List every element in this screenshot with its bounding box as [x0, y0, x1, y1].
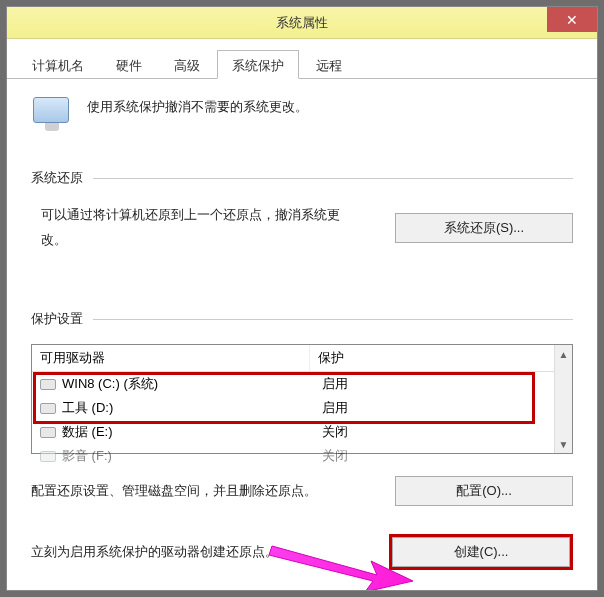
tabstrip: 计算机名 硬件 高级 系统保护 远程 [7, 39, 597, 79]
window-title: 系统属性 [276, 14, 328, 32]
highlight-annotation: 创建(C)... [389, 534, 573, 570]
scrollbar[interactable]: ▲ ▼ [554, 345, 572, 453]
tab-remote[interactable]: 远程 [301, 50, 357, 79]
intro-row: 使用系统保护撤消不需要的系统更改。 [31, 93, 573, 135]
restore-desc: 可以通过将计算机还原到上一个还原点，撤消系统更改。 [31, 203, 361, 252]
intro-text: 使用系统保护撤消不需要的系统更改。 [87, 93, 308, 118]
tab-advanced[interactable]: 高级 [159, 50, 215, 79]
drive-protection: 启用 [322, 399, 564, 417]
section-restore-header: 系统还原 [31, 169, 573, 187]
create-desc: 立刻为启用系统保护的驱动器创建还原点。 [31, 540, 278, 565]
divider [93, 319, 573, 320]
create-row: 立刻为启用系统保护的驱动器创建还原点。 创建(C)... [31, 534, 573, 570]
window: 系统属性 ✕ 计算机名 硬件 高级 系统保护 远程 使用系统保护撤消不需要的系统… [6, 6, 598, 591]
configure-desc: 配置还原设置、管理磁盘空间，并且删除还原点。 [31, 479, 317, 504]
section-settings-title: 保护设置 [31, 310, 83, 328]
tab-system-protection[interactable]: 系统保护 [217, 50, 299, 79]
configure-button[interactable]: 配置(O)... [395, 476, 573, 506]
drive-protection: 关闭 [322, 423, 564, 441]
system-protection-icon [31, 93, 73, 135]
tab-hardware[interactable]: 硬件 [101, 50, 157, 79]
drive-row[interactable]: 数据 (E:) 关闭 [32, 420, 572, 444]
drive-icon [40, 451, 56, 462]
drive-name: 工具 (D:) [62, 399, 322, 417]
drive-row[interactable]: 影音 (F:) 关闭 [32, 444, 572, 468]
section-settings-header: 保护设置 [31, 310, 573, 328]
drive-icon [40, 427, 56, 438]
close-button[interactable]: ✕ [547, 7, 597, 32]
drive-name: WIN8 (C:) (系统) [62, 375, 322, 393]
divider [93, 178, 573, 179]
drive-icon [40, 403, 56, 414]
drive-list-header: 可用驱动器 保护 [32, 345, 572, 372]
drive-protection: 关闭 [322, 447, 564, 465]
tab-computer-name[interactable]: 计算机名 [17, 50, 99, 79]
drive-protection: 启用 [322, 375, 564, 393]
section-restore-title: 系统还原 [31, 169, 83, 187]
drive-row[interactable]: 工具 (D:) 启用 [32, 396, 572, 420]
titlebar: 系统属性 ✕ [7, 7, 597, 39]
drive-icon [40, 379, 56, 390]
close-icon: ✕ [566, 12, 578, 28]
system-restore-button[interactable]: 系统还原(S)... [395, 213, 573, 243]
drive-row[interactable]: WIN8 (C:) (系统) 启用 [32, 372, 572, 396]
col-header-protection: 保护 [310, 345, 572, 371]
drive-name: 影音 (F:) [62, 447, 322, 465]
content-area: 使用系统保护撤消不需要的系统更改。 系统还原 可以通过将计算机还原到上一个还原点… [7, 79, 597, 591]
col-header-drive: 可用驱动器 [32, 345, 310, 371]
drive-list: 可用驱动器 保护 WIN8 (C:) (系统) 启用 工具 (D:) 启用 数据… [31, 344, 573, 454]
create-button[interactable]: 创建(C)... [392, 537, 570, 567]
scroll-down-icon[interactable]: ▼ [555, 435, 572, 453]
restore-row: 可以通过将计算机还原到上一个还原点，撤消系统更改。 系统还原(S)... [31, 203, 573, 252]
drive-name: 数据 (E:) [62, 423, 322, 441]
scroll-up-icon[interactable]: ▲ [555, 345, 572, 363]
configure-row: 配置还原设置、管理磁盘空间，并且删除还原点。 配置(O)... [31, 476, 573, 506]
drive-list-body: WIN8 (C:) (系统) 启用 工具 (D:) 启用 数据 (E:) 关闭 … [32, 372, 572, 468]
